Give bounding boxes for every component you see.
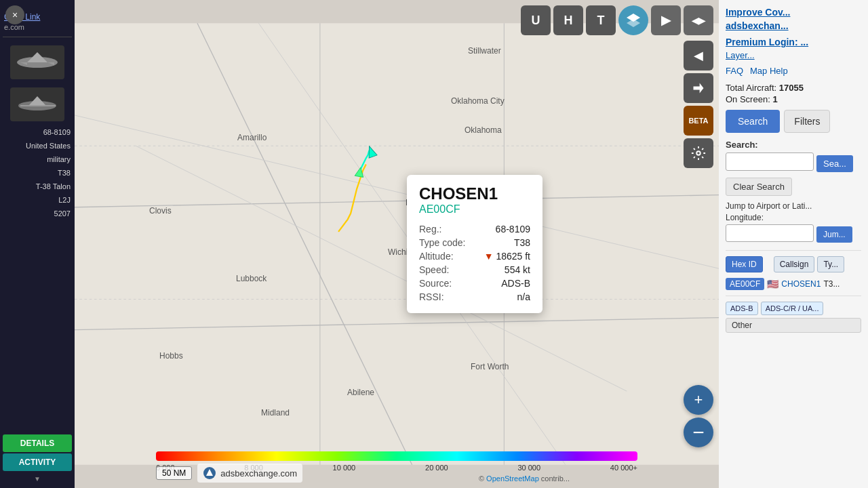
source-adsc-tag[interactable]: ADS-C/R / UA... [761, 302, 824, 315]
source-adsb-tag[interactable]: ADS-B [726, 302, 758, 315]
right-nav-links: FAQ Map Help [726, 66, 861, 76]
source-tags-row: ADS-B ADS-C/R / UA... [726, 302, 861, 315]
right-divider-2 [726, 296, 861, 296]
search-go-button[interactable]: Sea... [816, 155, 853, 172]
sidebar-reg: 68-8109 [0, 125, 75, 139]
btn-layers[interactable] [618, 5, 648, 35]
map-toolbar: U H T ▶ ◀▶ [521, 5, 713, 35]
map-nav-buttons: ◀ BETA [684, 41, 713, 168]
popup-speed-label: Speed: [419, 263, 482, 277]
popup-reg-value: 68-8109 [482, 222, 530, 236]
search-input[interactable] [726, 152, 814, 171]
btn-next[interactable]: ▶ [651, 5, 681, 35]
popup-type-value: T38 [482, 236, 530, 249]
filter-tags-row: Hex ID Callsign Ty... [726, 256, 861, 272]
svg-rect-7 [75, 23, 719, 464]
filter-hex-id[interactable]: Hex ID [726, 256, 763, 272]
popup-source-row: Source: ADS-B [419, 277, 530, 290]
right-divider-1 [726, 250, 861, 251]
zoom-out-button[interactable]: − [684, 418, 713, 447]
clear-search-button[interactable]: Clear Search [726, 178, 792, 196]
left-sidebar: × Copy Link e.com 68-8109 United States … [0, 0, 75, 488]
close-button[interactable]: × [5, 5, 24, 24]
popup-callsign: CHOSEN1 [419, 184, 530, 203]
other-tag[interactable]: Other [726, 318, 861, 333]
logo-badge: adsbexchange.com [197, 464, 302, 483]
filter-callsign[interactable]: Callsign [774, 256, 815, 272]
sidebar-bottom-buttons: DETAILS ACTIVITY ▼ [0, 432, 75, 488]
details-button[interactable]: DETAILS [3, 434, 72, 452]
logo-icon [203, 466, 216, 480]
btn-u[interactable]: U [521, 5, 551, 35]
btn-leftright[interactable]: ◀▶ [684, 5, 713, 35]
search-button[interactable]: Search [726, 110, 780, 133]
aircraft-hex-tag[interactable]: AE00CF [726, 278, 764, 290]
nav-back[interactable]: ◀ [684, 41, 713, 70]
popup-type-label: Type code: [419, 236, 482, 249]
popup-reg-row: Reg.: 68-8109 [419, 222, 530, 236]
total-aircraft-row: Total Aircraft: 17055 [726, 83, 861, 93]
aircraft-popup: CHOSEN1 AE00CF Reg.: 68-8109 Type code: … [407, 175, 542, 313]
btn-t[interactable]: T [586, 5, 616, 35]
zoom-in-button[interactable]: + [684, 385, 713, 415]
sidebar-squawk: L2J [0, 193, 75, 207]
map-background [75, 0, 719, 488]
search-section-label: Search: [726, 140, 861, 150]
premium-login-link[interactable]: Premium Login: ... [726, 37, 861, 47]
popup-source-label: Source: [419, 277, 482, 290]
search-filters-row: Search Filters [726, 110, 861, 133]
openstreetmap-link[interactable]: OpenStreetMap [486, 474, 539, 483]
popup-altitude-value: ▼ 18625 ft [482, 249, 530, 263]
longitude-label: Longitude: [726, 213, 861, 222]
popup-type-row: Type code: T38 [419, 236, 530, 249]
filter-type[interactable]: Ty... [817, 256, 844, 272]
aircraft-svg-2 [14, 91, 61, 118]
popup-speed-row: Speed: 554 kt [419, 263, 530, 277]
btn-h[interactable]: H [553, 5, 583, 35]
aircraft-svg-1 [14, 49, 61, 76]
login-icon [692, 81, 705, 95]
jump-input[interactable] [726, 224, 814, 242]
svg-point-22 [696, 151, 701, 155]
improve-coverage-link[interactable]: Improve Cov... [726, 7, 861, 18]
svg-marker-1 [27, 52, 47, 62]
popup-details-table: Reg.: 68-8109 Type code: T38 Altitude: ▼… [419, 222, 530, 304]
filter-spacer [766, 256, 771, 272]
altitude-colorbar [156, 451, 637, 461]
copyright-text: © OpenStreetMap contrib... [479, 474, 570, 483]
popup-source-value: ADS-B [482, 277, 530, 290]
map-bottom-bar: 50 NM adsbexchange.com [156, 464, 302, 483]
popup-speed-value: 554 kt [482, 263, 530, 277]
aircraft-flag: 🇺🇸 [767, 279, 778, 289]
sidebar-type-name: T-38 Talon [0, 180, 75, 193]
popup-altitude-label: Altitude: [419, 249, 482, 263]
aircraft-type-label: T3... [823, 279, 840, 289]
scroll-down-indicator[interactable]: ▼ [3, 472, 72, 485]
nav-login[interactable] [684, 73, 713, 103]
adsb-exchange-link[interactable]: adsbexchan... [726, 20, 861, 31]
sidebar-altitude: 5207 [0, 207, 75, 220]
popup-altitude-row: Altitude: ▼ 18625 ft [419, 249, 530, 263]
logo-text: adsbexchange.com [220, 468, 297, 479]
aircraft-thumbnail-1 [10, 45, 64, 79]
aircraft-thumbnail-2 [10, 87, 64, 121]
on-screen-row: On Screen: 1 [726, 94, 861, 104]
faq-link[interactable]: FAQ [726, 66, 743, 76]
layers-icon [625, 12, 642, 28]
layer-link[interactable]: Layer... [726, 50, 861, 60]
map-area[interactable]: Stillwater Oklahoma City Oklahoma Ada Am… [75, 0, 719, 488]
filters-button[interactable]: Filters [784, 110, 830, 133]
popup-hex-id: AE00CF [419, 203, 530, 216]
popup-rssi-row: RSSI: n/a [419, 290, 530, 304]
nav-beta[interactable]: BETA [684, 106, 713, 136]
popup-rssi-label: RSSI: [419, 290, 482, 304]
map-help-link[interactable]: Map Help [750, 66, 788, 76]
jump-label: Jump to Airport or Lati... [726, 201, 861, 211]
aircraft-callsign-label[interactable]: CHOSEN1 [781, 279, 821, 289]
jump-button[interactable]: Jum... [816, 226, 852, 243]
sidebar-type-code: T38 [0, 166, 75, 180]
activity-button[interactable]: ACTIVITY [3, 453, 72, 471]
nav-settings[interactable] [684, 138, 713, 168]
jump-row: Jum... [726, 224, 861, 245]
right-panel: Improve Cov... adsbexchan... Premium Log… [719, 0, 868, 488]
